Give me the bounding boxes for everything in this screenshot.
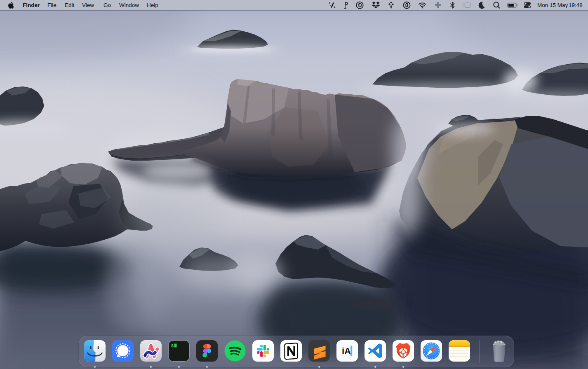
svg-text:$: $ <box>171 344 174 348</box>
svg-text:iA: iA <box>342 346 351 356</box>
